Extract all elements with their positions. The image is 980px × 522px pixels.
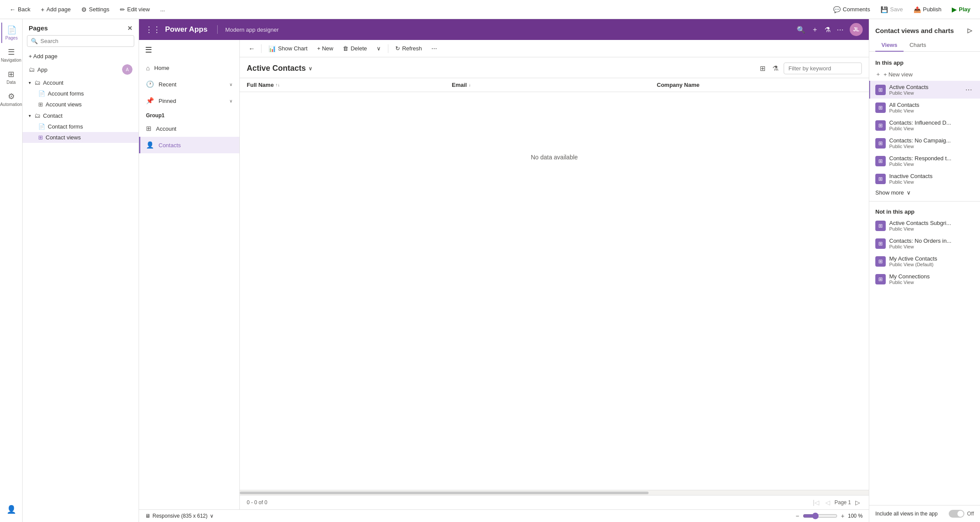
view-title-chevron-icon[interactable]: ∨ (308, 66, 312, 72)
col-company[interactable]: Company Name (657, 82, 862, 88)
add-page-tree-button[interactable]: + Add page (23, 50, 139, 62)
save-label: Save (890, 6, 903, 13)
back-button[interactable]: ← Back (5, 4, 35, 15)
zoom-controls: − + 100 % (796, 512, 863, 519)
show-more-button[interactable]: Show more ∨ (869, 188, 980, 198)
sidebar-item-person[interactable]: 👤 (2, 502, 21, 517)
close-icon[interactable]: ✕ (127, 25, 132, 32)
publish-label: Publish (923, 6, 942, 13)
sidebar-item-data[interactable]: ⊞ Data (2, 67, 21, 87)
new-view-button[interactable]: ＋ + New view (869, 68, 980, 81)
zoom-in-button[interactable]: + (841, 512, 844, 519)
view-item-contacts-no-orders[interactable]: ⊞ Contacts: No Orders in... Public View … (869, 235, 980, 252)
responsive-button[interactable]: 🖥 Responsive (835 x 612) ∨ (145, 513, 214, 519)
chevron-down-button[interactable]: ∨ (372, 43, 385, 54)
view-item-contacts-responded[interactable]: ⊞ Contacts: Responded t... Public View ⋯ (869, 152, 980, 170)
tree-item-contact-views[interactable]: ⊞ Contact views (23, 132, 139, 143)
user-avatar[interactable]: JL (850, 23, 863, 36)
scroll-bar-area[interactable] (240, 490, 869, 495)
save-button[interactable]: 💾 Save (876, 4, 907, 15)
table-header: Full Name ↑↓ Email ↓ Company Name (240, 78, 869, 92)
play-button[interactable]: ▶ Play (947, 4, 975, 15)
comments-label: Comments (843, 6, 870, 13)
pinned-icon: 📌 (146, 97, 154, 105)
nav-item-recent[interactable]: 🕐 Recent ∨ (139, 76, 239, 93)
preview-area: ⋮⋮ Power Apps Modern app designer 🔍 ＋ ⚗ … (139, 19, 869, 522)
not-in-app-label: Not in this app (869, 205, 980, 217)
view-item-dots-icon[interactable]: ⋯ (963, 86, 974, 94)
more-toolbar-button[interactable]: ⋯ (427, 43, 441, 54)
tree-item-contact[interactable]: ▾ 🗂 Contact (23, 110, 139, 121)
more-options-button[interactable]: ... (156, 4, 169, 14)
view-item-contacts-influenced[interactable]: ⊞ Contacts: Influenced D... Public View … (869, 116, 980, 134)
view-list-text-6: Inactive Contacts Public View (889, 173, 960, 185)
view-item-inactive-contacts[interactable]: ⊞ Inactive Contacts Public View ⋯ (869, 170, 980, 188)
add-header-icon[interactable]: ＋ (811, 25, 818, 34)
my-connections-sub: Public View (889, 280, 960, 285)
view-item-my-connections[interactable]: ⊞ My Connections Public View ⋯ (869, 270, 980, 288)
filter-input[interactable] (784, 63, 862, 74)
add-icon: + (41, 6, 44, 13)
home-icon: ⌂ (146, 64, 150, 72)
add-page-button[interactable]: + Add page (36, 4, 75, 15)
settings-button[interactable]: ⚙ Settings (77, 4, 114, 15)
tab-views[interactable]: Views (875, 39, 904, 52)
record-range: 0 - 0 of 0 (247, 499, 267, 505)
edit-view-button[interactable]: ✏ Edit view (116, 4, 154, 15)
search-header-icon[interactable]: 🔍 (797, 26, 805, 34)
refresh-button[interactable]: ↻ Refresh (391, 43, 427, 54)
comments-button[interactable]: 💬 Comments (829, 4, 874, 15)
filter-header-icon[interactable]: ⚗ (824, 26, 831, 34)
sidebar-item-pages[interactable]: 📄 Pages (1, 23, 21, 43)
tree-item-account-forms[interactable]: 📄 Account forms (23, 88, 139, 99)
toolbar-back-icon[interactable]: ← (245, 43, 258, 54)
view-item-active-contacts[interactable]: ⊞ Active Contacts Public View ⋯ (869, 81, 980, 99)
publish-button[interactable]: 📤 Publish (909, 4, 946, 15)
page-next-button[interactable]: ▷ (854, 498, 862, 507)
zoom-slider[interactable] (803, 512, 838, 519)
page-prev-button[interactable]: ◁ (824, 498, 832, 507)
app-grid-icon[interactable]: ⋮⋮ (145, 25, 161, 34)
tree-item-contact-forms[interactable]: 📄 Contact forms (23, 121, 139, 132)
show-chart-button[interactable]: 📊 Show Chart (264, 43, 312, 54)
hamburger-icon[interactable]: ☰ (139, 40, 239, 60)
view-item-all-contacts[interactable]: ⊞ All Contacts Public View ⋯ (869, 99, 980, 116)
col-full-name[interactable]: Full Name ↑↓ (247, 82, 452, 88)
icon-sidebar-bottom: 👤 (2, 502, 21, 522)
zoom-out-button[interactable]: − (796, 512, 799, 519)
nav-item-contacts[interactable]: 👤 Contacts (139, 137, 239, 153)
tree-item-app[interactable]: 🗂 App A (23, 62, 139, 77)
view-item-active-contacts-subgrid[interactable]: ⊞ Active Contacts Subgri... Public View … (869, 217, 980, 235)
avatar-initials: JL (853, 26, 859, 33)
sidebar-item-navigation[interactable]: ☰ Navigation (2, 45, 21, 65)
tree-item-account-forms-label: Account forms (48, 90, 84, 97)
pages-panel-header: Pages ✕ (23, 19, 139, 35)
right-panel-expand-icon[interactable]: ▷ (966, 25, 974, 36)
view-title: Active Contacts ∨ (247, 64, 312, 73)
tree-item-account-views[interactable]: ⊞ Account views (23, 99, 139, 110)
delete-icon: 🗑 (343, 45, 348, 52)
search-box[interactable]: 🔍 (27, 35, 134, 47)
col-email[interactable]: Email ↓ (452, 82, 657, 88)
app-brand: Power Apps (165, 25, 208, 34)
contact-form-icon: 📄 (38, 123, 45, 130)
page-first-button[interactable]: |◁ (811, 498, 821, 507)
sidebar-item-automation[interactable]: ⚙ Automation (2, 89, 21, 109)
search-input[interactable] (40, 38, 130, 44)
tree-item-account[interactable]: ▾ 🗂 Account (23, 77, 139, 88)
view-toggle-icon[interactable]: ⊞ (758, 63, 767, 74)
sort-fullname-icon: ↑↓ (275, 83, 280, 87)
view-item-my-active-contacts[interactable]: ⊞ My Active Contacts Public View (Defaul… (869, 252, 980, 270)
preview-bottom: 🖥 Responsive (835 x 612) ∨ − + 100 % (139, 509, 869, 522)
tab-charts[interactable]: Charts (904, 39, 932, 52)
view-filter-icon[interactable]: ⚗ (771, 63, 780, 74)
nav-item-home[interactable]: ⌂ Home (139, 60, 239, 76)
nav-item-account[interactable]: ⊞ Account (139, 120, 239, 137)
delete-button[interactable]: 🗑 Delete (338, 43, 371, 54)
new-record-button[interactable]: + New (313, 43, 338, 54)
app-tree-icon: 🗂 (29, 66, 35, 73)
nav-item-pinned[interactable]: 📌 Pinned ∨ (139, 93, 239, 109)
include-views-toggle[interactable] (949, 510, 964, 518)
more-header-icon[interactable]: ⋯ (837, 26, 844, 34)
view-item-contacts-no-campaign[interactable]: ⊞ Contacts: No Campaig... Public View ⋯ (869, 134, 980, 152)
